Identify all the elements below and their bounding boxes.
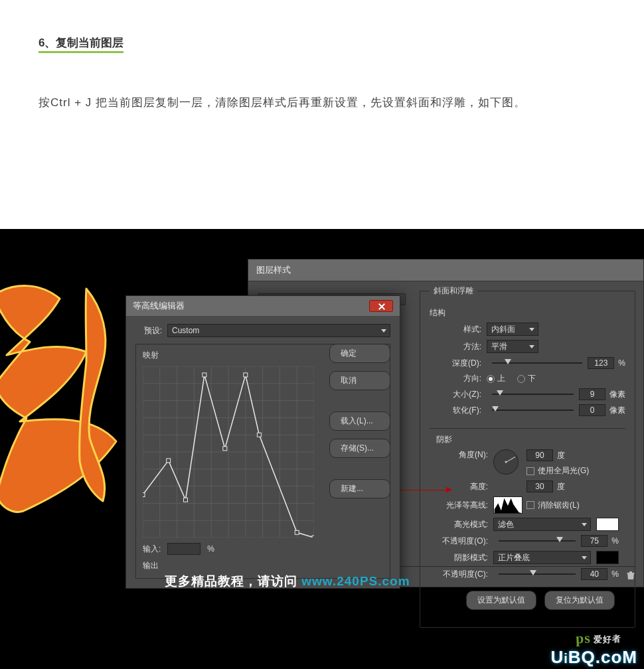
direction-down-radio[interactable] xyxy=(517,375,525,383)
reset-default-button[interactable]: 复位为默认值 xyxy=(544,591,615,610)
shadow-mode-label: 阴影模式: xyxy=(436,552,488,563)
shading-group: 阴影 角度(N): 90 度 使用全局光(G) xyxy=(430,428,625,618)
style-label: 样式: xyxy=(430,324,481,335)
ok-button[interactable]: 确定 xyxy=(329,344,390,363)
preset-select[interactable]: Custom xyxy=(167,324,390,337)
trash-icon[interactable] xyxy=(626,571,635,580)
new-button[interactable]: 新建... xyxy=(329,479,390,498)
gloss-contour-swatch[interactable] xyxy=(493,496,523,514)
size-value[interactable]: 9 xyxy=(579,388,605,400)
contour-editor-dialog: 等高线编辑器 预设: Custom 映射 xyxy=(125,295,400,589)
depth-value[interactable]: 123 xyxy=(588,357,614,369)
layer-style-title: 图层样式 xyxy=(248,260,643,281)
angle-unit: 度 xyxy=(557,450,565,461)
watermark-uibq: UiBQ.coM xyxy=(550,647,637,668)
highlight-mode-label: 高光模式: xyxy=(436,519,488,530)
tutorial-section: 6、复制当前图层 按Ctrl + J 把当前图层复制一层，清除图层样式后再重新设… xyxy=(0,0,644,115)
shading-legend: 阴影 xyxy=(436,434,619,445)
watermark-ps: ps爱好者 xyxy=(576,629,622,647)
svg-rect-29 xyxy=(295,530,299,534)
make-default-button[interactable]: 设置为默认值 xyxy=(466,591,536,610)
highlight-opacity-value[interactable]: 75 xyxy=(581,535,607,547)
global-light-label: 使用全局光(G) xyxy=(538,465,589,477)
preset-label: 预设: xyxy=(135,325,162,336)
soften-unit: 像素 xyxy=(609,405,625,416)
screenshot-area: 图层样式 斜面和浮雕 结构 样式: 内斜面 方法: 平滑 xyxy=(0,229,644,669)
svg-rect-26 xyxy=(223,447,227,451)
svg-rect-22 xyxy=(143,493,145,497)
depth-slider[interactable] xyxy=(492,362,582,364)
antialias-label: 消除锯齿(L) xyxy=(538,500,580,511)
direction-up-radio[interactable] xyxy=(487,375,495,383)
input-value[interactable] xyxy=(167,543,201,555)
output-label: 输出 xyxy=(143,560,159,571)
bevel-legend: 斜面和浮雕 xyxy=(430,285,477,297)
altitude-unit: 度 xyxy=(557,481,565,492)
step-title: 6、复制当前图层 xyxy=(39,37,123,53)
direction-up-label: 上 xyxy=(497,373,505,384)
svg-rect-27 xyxy=(244,373,248,377)
curve-editor[interactable] xyxy=(143,366,314,538)
contour-title: 等高线编辑器 xyxy=(133,300,185,312)
contour-title-bar[interactable]: 等高线编辑器 xyxy=(126,296,400,316)
save-button[interactable]: 存储(S)... xyxy=(329,439,390,458)
altitude-value[interactable]: 30 xyxy=(526,481,553,492)
svg-rect-25 xyxy=(202,373,206,377)
shadow-color-swatch[interactable] xyxy=(596,551,619,564)
highlight-opacity-slider[interactable] xyxy=(499,540,576,542)
size-slider[interactable] xyxy=(492,394,574,395)
depth-label: 深度(D): xyxy=(430,358,481,369)
technique-select[interactable]: 平滑 xyxy=(487,340,538,353)
angle-label: 角度(N): xyxy=(436,449,488,461)
highlight-opacity-label: 不透明度(O): xyxy=(436,536,488,547)
highlight-color-swatch[interactable] xyxy=(596,518,619,531)
angle-value[interactable]: 90 xyxy=(526,449,553,461)
depth-unit: % xyxy=(618,358,625,368)
style-select[interactable]: 内斜面 xyxy=(487,323,538,336)
structure-group: 结构 样式: 内斜面 方法: 平滑 深度(D): 123 % xyxy=(430,307,625,424)
svg-rect-24 xyxy=(184,498,188,502)
svg-rect-30 xyxy=(312,536,314,538)
angle-wheel[interactable] xyxy=(493,449,519,475)
direction-down-label: 下 xyxy=(528,373,536,384)
technique-label: 方法: xyxy=(430,341,481,352)
size-label: 大小(Z): xyxy=(430,389,481,400)
global-light-checkbox[interactable] xyxy=(526,467,534,475)
highlight-mode-select[interactable]: 滤色 xyxy=(493,518,591,531)
highlight-opacity-unit: % xyxy=(611,536,619,546)
promo-link[interactable]: www.240PS.com xyxy=(301,574,410,588)
svg-rect-23 xyxy=(167,459,171,463)
gloss-contour-label: 光泽等高线: xyxy=(436,500,488,511)
svg-rect-28 xyxy=(257,433,261,437)
soften-slider[interactable] xyxy=(492,409,574,411)
contour-buttons: 确定 取消 载入(L)... 存储(S)... 新建... xyxy=(329,344,390,498)
promo-text: 更多精品教程，请访问 www.240PS.com xyxy=(165,573,410,590)
close-icon[interactable] xyxy=(369,300,393,312)
input-label: 输入: xyxy=(143,544,161,555)
direction-label: 方向: xyxy=(430,373,481,384)
soften-value[interactable]: 0 xyxy=(579,404,605,416)
sample-text-art xyxy=(0,269,139,534)
step-body: 按Ctrl + J 把当前图层复制一层，清除图层样式后再重新设置，先设置斜面和浮… xyxy=(39,90,605,115)
load-button[interactable]: 载入(L)... xyxy=(329,411,390,431)
structure-legend: 结构 xyxy=(430,307,625,319)
antialias-checkbox[interactable] xyxy=(526,501,534,509)
cancel-button[interactable]: 取消 xyxy=(329,371,390,390)
percent-1: % xyxy=(207,544,214,554)
soften-label: 软化(F): xyxy=(430,405,481,416)
shadow-mode-select[interactable]: 正片叠底 xyxy=(493,551,591,564)
size-unit: 像素 xyxy=(609,389,625,400)
